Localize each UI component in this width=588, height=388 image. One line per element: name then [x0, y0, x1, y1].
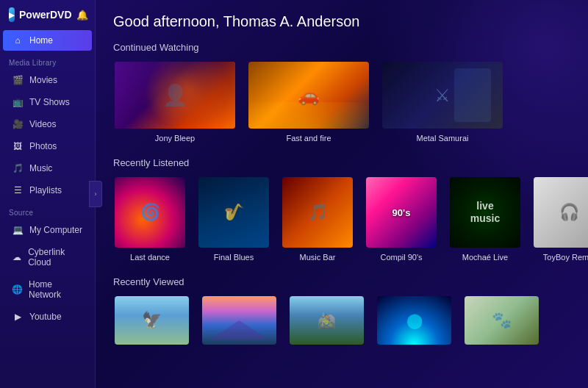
media-item-fire[interactable]: 🚗 Fast and fire [247, 60, 370, 143]
sidebar-youtube-label: Youtube [29, 312, 62, 322]
media-item-live[interactable]: livemusic Mochaé Live [448, 176, 522, 262]
movies-icon: 🎬 [12, 75, 24, 85]
cloud-icon: ☁ [12, 252, 22, 262]
greeting-text: Good afternoon, Thomas A. Anderson [113, 13, 570, 30]
media-label-live: Mochaé Live [462, 253, 508, 262]
media-item-mountain[interactable] [201, 295, 278, 346]
media-label-jony: Jony Bleep [155, 134, 195, 143]
media-label-90s: Compil 90's [380, 253, 422, 262]
playlists-icon: ☰ [12, 185, 24, 195]
thumb-fire[interactable]: 🚗 [247, 60, 370, 130]
media-item-animal[interactable]: 🐾 [463, 295, 540, 346]
sidebar-photos-label: Photos [29, 141, 57, 151]
media-label-fire: Fast and fire [286, 134, 331, 143]
recently-viewed-grid: 🦅 🚵 ⬤ [113, 295, 570, 346]
media-item-90s[interactable]: 90's Compil 90's [365, 176, 438, 262]
photos-icon: 🖼 [12, 141, 24, 151]
media-item-eagle[interactable]: 🦅 [113, 295, 190, 346]
network-icon: 🌐 [12, 284, 23, 295]
thumb-samurai[interactable]: ⚔ [381, 60, 504, 130]
thumb-mountain[interactable] [201, 295, 278, 346]
sidebar-item-playlists[interactable]: ☰ Playlists [3, 180, 92, 201]
media-label-samurai: Metal Samurai [417, 134, 469, 143]
continued-watching-title: Continued Watching [113, 42, 570, 53]
thumb-jony[interactable]: 👤 [113, 60, 237, 130]
main-content: Good afternoon, Thomas A. Anderson Conti… [96, 0, 588, 388]
thumb-toyboy[interactable]: 🎧 [532, 176, 588, 249]
sidebar-item-home[interactable]: ⌂ Home [3, 30, 92, 51]
recently-listened-title: Recently Listened [113, 157, 570, 168]
media-item-musicbar[interactable]: 🎵 Music Bar [281, 176, 354, 262]
logo-icon: ▶ [9, 7, 15, 22]
thumb-animal[interactable]: 🐾 [463, 295, 540, 346]
sidebar-item-tvshows[interactable]: 📺 TV Shows [3, 92, 92, 112]
sidebar-item-cyberlink[interactable]: ☁ Cyberlink Cloud [3, 242, 92, 273]
thumb-blues[interactable]: 🎷 [197, 176, 270, 249]
recently-listened-grid: 🌀 Last dance 🎷 Final Blues 🎵 Music Ba [113, 176, 570, 262]
continued-watching-grid: 👤 Jony Bleep 🚗 Fast and fire ⚔ [113, 60, 570, 143]
sidebar-videos-label: Videos [29, 119, 56, 129]
thumb-bike[interactable]: 🚵 [288, 295, 365, 346]
thumb-eagle[interactable]: 🦅 [113, 295, 190, 346]
recently-viewed-title: Recently Viewed [113, 276, 570, 287]
media-item-bike[interactable]: 🚵 [288, 295, 365, 346]
sidebar-cyberlink-label: Cyberlink Cloud [28, 247, 83, 267]
media-library-section-label: Media Library [0, 51, 95, 69]
sidebar-item-youtube[interactable]: ▶ Youtube [3, 306, 92, 327]
media-label-blues: Final Blues [214, 253, 254, 262]
music-icon: 🎵 [12, 163, 24, 173]
thumb-musicbar[interactable]: 🎵 [281, 176, 354, 249]
sidebar-movies-label: Movies [29, 75, 57, 85]
app-logo: ▶ PowerDVD 🔔 [0, 0, 95, 29]
tvshows-icon: 📺 [12, 97, 24, 107]
sidebar-item-mycomputer[interactable]: 💻 My Computer [3, 220, 92, 240]
sidebar: ▶ PowerDVD 🔔 ⌂ Home Media Library 🎬 Movi… [0, 0, 96, 388]
source-section-label: Source [0, 201, 95, 219]
app-title: PowerDVD [19, 9, 72, 21]
media-item-tunnel[interactable]: ⬤ [376, 295, 453, 346]
sidebar-item-photos[interactable]: 🖼 Photos [3, 136, 92, 157]
media-item-samurai[interactable]: ⚔ Metal Samurai [381, 60, 504, 143]
media-item-lastdance[interactable]: 🌀 Last dance [113, 176, 187, 262]
media-item-jony[interactable]: 👤 Jony Bleep [113, 60, 237, 143]
computer-icon: 💻 [12, 225, 24, 235]
media-item-toyboy[interactable]: 🎧 ToyBoy Remix [532, 176, 588, 262]
thumb-tunnel[interactable]: ⬤ [376, 295, 453, 346]
sidebar-playlists-label: Playlists [29, 185, 62, 195]
sidebar-home-label: Home [29, 35, 53, 46]
sidebar-item-music[interactable]: 🎵 Music [3, 158, 92, 179]
thumb-90s[interactable]: 90's [365, 176, 438, 249]
sidebar-mycomputer-label: My Computer [29, 225, 82, 235]
youtube-icon: ▶ [12, 312, 24, 322]
media-label-lastdance: Last dance [130, 253, 170, 262]
sidebar-item-movies[interactable]: 🎬 Movies [3, 70, 92, 90]
media-item-blues[interactable]: 🎷 Final Blues [197, 176, 270, 262]
sidebar-tvshows-label: TV Shows [29, 97, 70, 107]
media-label-toyboy: ToyBoy Remix [543, 253, 588, 262]
sidebar-item-videos[interactable]: 🎥 Videos [3, 114, 92, 134]
media-label-musicbar: Music Bar [300, 253, 336, 262]
sidebar-item-homenetwork[interactable]: 🌐 Home Network [3, 274, 92, 305]
thumb-live[interactable]: livemusic [448, 176, 522, 249]
thumb-lastdance[interactable]: 🌀 [113, 176, 187, 249]
sidebar-collapse-button[interactable]: › [89, 181, 102, 207]
notification-bell-icon[interactable]: 🔔 [76, 10, 88, 21]
videos-icon: 🎥 [12, 119, 24, 129]
home-icon: ⌂ [12, 35, 24, 46]
sidebar-music-label: Music [29, 163, 52, 173]
sidebar-homenetwork-label: Home Network [29, 279, 83, 300]
